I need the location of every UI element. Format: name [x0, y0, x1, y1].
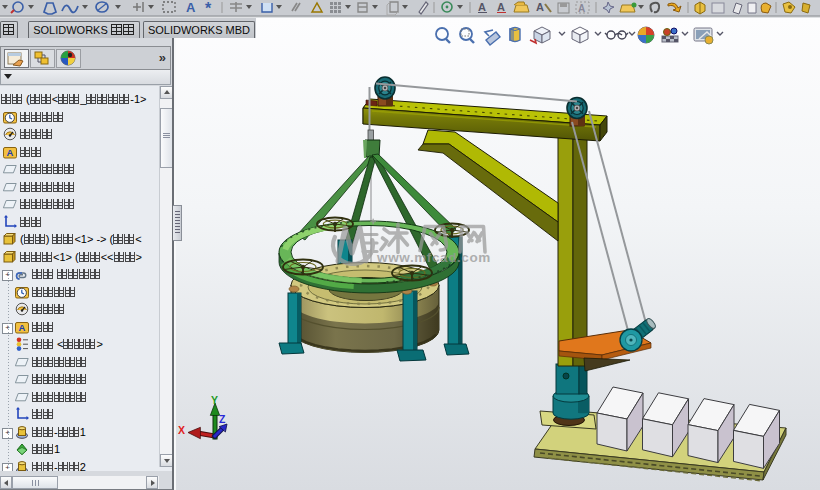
svg-text:Y: Y [211, 394, 218, 406]
svg-text:A: A [578, 3, 585, 14]
svg-text:www.mfcad.com: www.mfcad.com [376, 250, 491, 265]
svg-text:A: A [536, 1, 544, 13]
svg-text:A: A [7, 147, 14, 158]
svg-text:Z: Z [219, 413, 226, 425]
svg-text:*: * [205, 0, 212, 17]
svg-text:A: A [478, 1, 486, 13]
svg-text:A: A [19, 322, 26, 333]
svg-text:A: A [186, 0, 196, 15]
svg-text:A: A [497, 1, 505, 13]
svg-text:X: X [178, 424, 185, 436]
